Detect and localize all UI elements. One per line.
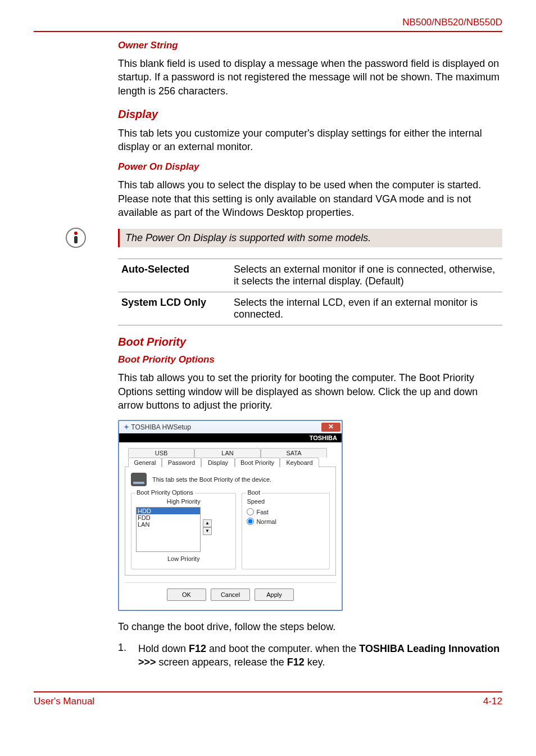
label-low-priority: Low Priority [136,555,231,562]
group-boot-priority-options: Boot Priority Options [135,489,195,496]
svg-rect-2 [74,236,78,243]
tab-description: This tab sets the Boot Priority of the d… [152,476,271,483]
group-boot: Boot [246,489,262,496]
apply-button[interactable]: Apply [255,588,294,601]
list-item[interactable]: LAN [137,521,200,528]
tab-general[interactable]: General [128,458,162,467]
brand-bar: TOSHIBA [119,433,342,442]
heading-power-on-display: Power On Display [118,161,502,173]
list-item[interactable]: HDD [137,508,200,514]
text-owner-string: This blank field is used to display a me… [118,57,502,98]
priority-listbox[interactable]: HDD FDD LAN [136,507,201,552]
options-table: Auto-Selected Selects an external monito… [118,259,502,325]
window-title: ✦ TOSHIBA HWSetup [124,423,191,431]
option-desc: Selects the internal LCD, even if an ext… [230,292,502,325]
heading-boot-priority-options: Boot Priority Options [118,354,502,365]
priority-down-button[interactable]: ▼ [203,527,212,535]
tab-display[interactable]: Display [201,458,235,467]
step-item: 1. Hold down F12 and boot the computer. … [118,642,502,669]
cancel-button[interactable]: Cancel [211,588,250,601]
radio-fast[interactable]: Fast [247,508,325,515]
list-item[interactable]: FDD [137,514,200,521]
heading-owner-string: Owner String [118,40,502,51]
text-boot-priority: This tab allows you to set the priority … [118,371,502,412]
info-icon [65,227,87,248]
heading-boot-priority: Boot Priority [118,336,502,348]
hwsetup-screenshot: ✦ TOSHIBA HWSetup ✕ TOSHIBA USB LAN SATA… [118,420,343,611]
svg-point-1 [74,232,78,235]
tab-password[interactable]: Password [162,458,201,467]
tab-sata[interactable]: SATA [261,448,327,458]
tab-keyboard[interactable]: Keyboard [280,458,319,467]
note-row: The Power On Display is supported with s… [34,227,502,248]
tab-lan[interactable]: LAN [194,448,261,458]
option-desc: Selects an external monitor if one is co… [230,259,502,292]
table-row: System LCD Only Selects the internal LCD… [118,292,502,325]
footer-right: 4-12 [483,696,502,707]
tab-boot-priority[interactable]: Boot Priority [235,458,280,467]
label-speed: Speed [247,498,325,505]
table-row: Auto-Selected Selects an external monito… [118,259,502,292]
priority-up-button[interactable]: ▲ [203,519,212,527]
note-text: The Power On Display is supported with s… [118,229,502,247]
footer-left: User's Manual [34,696,94,707]
step-number: 1. [118,642,138,669]
option-name: System LCD Only [118,292,230,325]
close-icon[interactable]: ✕ [321,423,340,432]
disk-icon [131,473,147,486]
header-divider [34,31,502,32]
step-text: Hold down F12 and boot the computer. whe… [138,642,502,669]
text-display: This tab lets you customize your compute… [118,126,502,154]
tab-usb[interactable]: USB [128,448,194,458]
text-power-on-display: This tab allows you to select the displa… [118,178,502,219]
label-high-priority: High Priority [136,498,231,505]
header-model: NB500/NB520/NB550D [34,17,502,31]
text-change-intro: To change the boot drive, follow the ste… [118,620,502,633]
ok-button[interactable]: OK [167,588,206,601]
heading-display: Display [118,108,502,121]
radio-normal[interactable]: Normal [247,518,325,525]
option-name: Auto-Selected [118,259,230,292]
